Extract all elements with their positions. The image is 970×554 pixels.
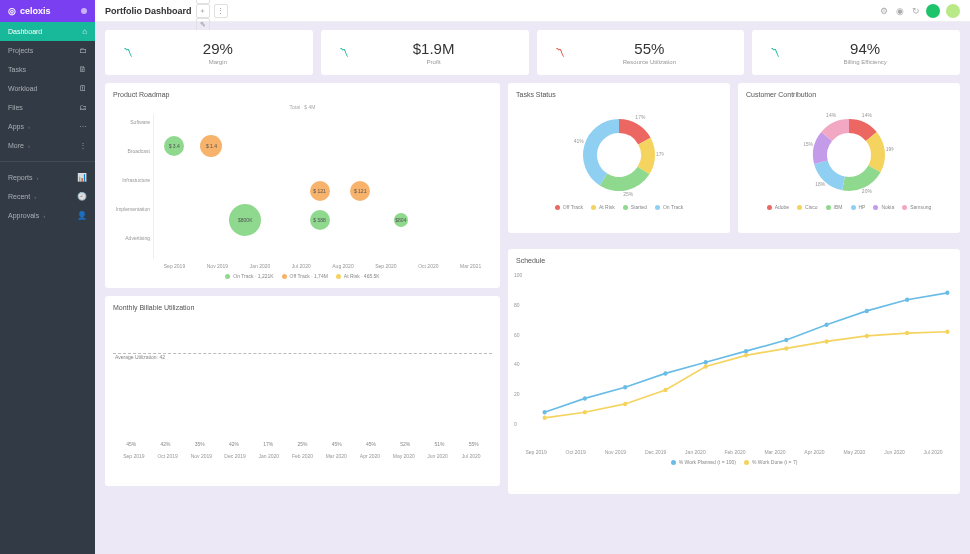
y-axis-tick: 60 xyxy=(514,332,522,338)
x-axis-label: Feb 2020 xyxy=(286,453,320,459)
bar-value: 55% xyxy=(460,441,488,447)
avatar-presence[interactable] xyxy=(926,4,940,18)
chevron-right-icon: › xyxy=(28,124,30,130)
line-point[interactable] xyxy=(865,334,869,339)
x-axis-label: Apr 2020 xyxy=(804,449,824,455)
card-title: Tasks Status xyxy=(516,91,722,98)
nav-recent[interactable]: Recent›🕘 xyxy=(0,187,95,206)
line-series[interactable] xyxy=(545,332,948,418)
y-axis-tick: 40 xyxy=(514,361,522,367)
bar-value: 45% xyxy=(323,441,351,447)
nav-label: Approvals xyxy=(8,212,39,219)
bubble-point[interactable]: $ 121 xyxy=(350,181,370,201)
bubble-point[interactable]: $ 121 xyxy=(310,181,330,201)
bubble-point[interactable]: $ 3.4 xyxy=(164,136,184,156)
kpi-label: Margin xyxy=(137,59,299,65)
legend-item: At Risk · 465.5K xyxy=(336,273,380,279)
card-tasks: Tasks Status 17%17%25%41% Off TrackAt Ri… xyxy=(508,83,730,233)
line-point[interactable] xyxy=(784,346,788,351)
donut-segment[interactable] xyxy=(600,167,650,191)
x-axis-label: Jun 2020 xyxy=(884,449,905,455)
kpi-card: 〽94%Billing Efficiency xyxy=(752,30,960,75)
toolbar-button[interactable]: ＋ xyxy=(196,4,210,18)
nav-approvals[interactable]: Approvals›👤 xyxy=(0,206,95,225)
nav-icon: 🗀 xyxy=(79,46,87,55)
line-point[interactable] xyxy=(663,388,667,393)
kpi-value: 55% xyxy=(569,40,731,57)
nav-tasks[interactable]: Tasks🗎 xyxy=(0,60,95,79)
nav-more[interactable]: More›⋮ xyxy=(0,136,95,155)
x-axis-label: Sep 2019 xyxy=(117,453,151,459)
bar-value: 25% xyxy=(288,441,316,447)
card-title: Customer Contribution xyxy=(746,91,952,98)
nav-projects[interactable]: Projects🗀 xyxy=(0,41,95,60)
legend-item: Off Track · 1,74M xyxy=(282,273,328,279)
line-point[interactable] xyxy=(543,416,547,421)
line-point[interactable] xyxy=(744,353,748,358)
nav-reports[interactable]: Reports›📊 xyxy=(0,168,95,187)
topbar-icon[interactable]: ◉ xyxy=(896,6,904,16)
topbar-icon[interactable]: ↻ xyxy=(912,6,920,16)
card-title: Product Roadmap xyxy=(113,91,492,98)
page-title: Portfolio Dashboard xyxy=(105,6,192,16)
bubble-point[interactable]: $804 xyxy=(394,213,408,227)
avatar[interactable] xyxy=(946,4,960,18)
line-point[interactable] xyxy=(824,323,828,328)
nav-workload[interactable]: Workload🗓 xyxy=(0,79,95,98)
nav-label: Dashboard xyxy=(8,28,42,35)
donut-label: 19% xyxy=(886,146,894,152)
legend-item: Samsung xyxy=(902,204,931,210)
sidebar: ◎ celoxis Dashboard⌂Projects🗀Tasks🗎Workl… xyxy=(0,0,95,554)
nav-files[interactable]: Files🗂 xyxy=(0,98,95,117)
donut-label: 14% xyxy=(862,112,873,118)
line-point[interactable] xyxy=(704,364,708,369)
line-point[interactable] xyxy=(623,402,627,407)
line-point[interactable] xyxy=(704,360,708,365)
bar-value: 42% xyxy=(151,441,179,447)
x-axis-label: Dec 2019 xyxy=(218,453,252,459)
donut-segment[interactable] xyxy=(583,119,619,185)
bubble-point[interactable]: $800K xyxy=(229,204,261,236)
line-point[interactable] xyxy=(784,338,788,343)
x-axis-label: Nov 2019 xyxy=(207,263,228,269)
x-axis-label: Mar 2020 xyxy=(764,449,785,455)
y-axis-label: Infrastucture xyxy=(114,177,150,183)
legend-item: On Track xyxy=(655,204,683,210)
line-point[interactable] xyxy=(824,339,828,344)
nav-label: Tasks xyxy=(8,66,26,73)
x-axis-label: Jan 2020 xyxy=(250,263,271,269)
line-point[interactable] xyxy=(744,349,748,354)
legend-item: Cisco xyxy=(797,204,818,210)
card-roadmap: Product Roadmap Total · $ 4M SoftwareBro… xyxy=(105,83,500,288)
topbar-icon[interactable]: ⚙ xyxy=(880,6,888,16)
line-point[interactable] xyxy=(663,371,667,376)
line-point[interactable] xyxy=(905,331,909,336)
nav-dashboard[interactable]: Dashboard⌂ xyxy=(0,22,95,41)
donut-label: 20% xyxy=(862,188,873,194)
line-point[interactable] xyxy=(865,309,869,314)
kpi-value: 29% xyxy=(137,40,299,57)
x-axis-label: Apr 2020 xyxy=(353,453,387,459)
bar-value: 17% xyxy=(254,441,282,447)
more-button[interactable]: ⋮ xyxy=(214,4,228,18)
nav-apps[interactable]: Apps›⋯ xyxy=(0,117,95,136)
line-point[interactable] xyxy=(583,396,587,401)
card-billable: Monthly Billable Utilization Average Uti… xyxy=(105,296,500,486)
line-point[interactable] xyxy=(945,291,949,296)
line-point[interactable] xyxy=(583,410,587,415)
nav-label: Workload xyxy=(8,85,37,92)
nav-icon: 👤 xyxy=(77,211,87,220)
bubble-point[interactable]: $ 588 xyxy=(310,210,330,230)
nav-divider xyxy=(0,161,95,162)
brand[interactable]: ◎ celoxis xyxy=(0,0,95,22)
line-point[interactable] xyxy=(905,298,909,303)
toolbar-button[interactable]: ▽ xyxy=(196,0,210,4)
trend-icon: 〽 xyxy=(119,46,137,60)
line-point[interactable] xyxy=(945,329,949,334)
y-axis-tick: 20 xyxy=(514,391,522,397)
line-point[interactable] xyxy=(623,385,627,390)
bubble-point[interactable]: $ 1.4 xyxy=(200,135,222,157)
x-axis-label: Dec 2019 xyxy=(645,449,666,455)
line-point[interactable] xyxy=(543,410,547,415)
legend-item: Nokia xyxy=(873,204,894,210)
